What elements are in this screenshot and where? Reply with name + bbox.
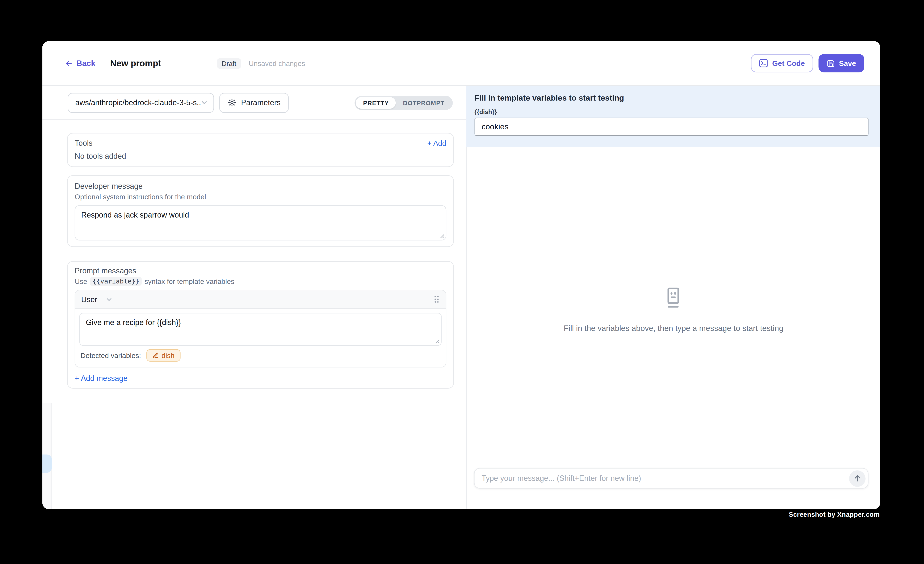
format-toggle: PRETTY DOTPROMPT bbox=[355, 96, 453, 110]
collapsed-drawer-active-item[interactable] bbox=[42, 454, 52, 472]
template-variables-panel: Fill in template variables to start test… bbox=[466, 86, 880, 147]
page-title: New prompt bbox=[110, 58, 161, 68]
toggle-pretty[interactable]: PRETTY bbox=[356, 97, 396, 108]
chat-message-input[interactable] bbox=[482, 474, 849, 483]
model-selector[interactable]: aws/anthropic/bedrock-claude-3-5-s... bbox=[68, 93, 214, 112]
toggle-dotprompt[interactable]: DOTPROMPT bbox=[396, 97, 452, 108]
testing-pane: Fill in template variables to start test… bbox=[466, 86, 880, 508]
empty-state-text: Fill in the variables above, then type a… bbox=[564, 324, 783, 333]
role-selector[interactable]: User bbox=[81, 295, 112, 304]
watermark: Screenshot by Xnapper.com bbox=[789, 511, 880, 518]
save-label: Save bbox=[839, 59, 856, 67]
gear-icon bbox=[228, 98, 237, 107]
bot-face-icon bbox=[664, 288, 682, 309]
get-code-button[interactable]: Get Code bbox=[751, 54, 813, 72]
user-message-textarea[interactable]: Give me a recipe for {{dish}} bbox=[80, 313, 442, 346]
parameters-button[interactable]: Parameters bbox=[219, 93, 289, 112]
tools-card: Tools + Add No tools added bbox=[67, 133, 454, 167]
back-label: Back bbox=[76, 59, 95, 68]
hint-prefix: Use bbox=[75, 277, 87, 285]
chat-input-bar bbox=[474, 468, 868, 489]
chevron-down-icon bbox=[106, 296, 112, 303]
model-row: aws/anthropic/bedrock-claude-3-5-s... Pa… bbox=[42, 86, 466, 120]
developer-message-subtitle: Optional system instructions for the mod… bbox=[75, 193, 447, 201]
editor-pane: aws/anthropic/bedrock-claude-3-5-s... Pa… bbox=[42, 86, 466, 508]
get-code-label: Get Code bbox=[772, 59, 805, 67]
prompt-messages-hint: Use {{variable}} syntax for template var… bbox=[75, 277, 447, 286]
tools-empty-text: No tools added bbox=[75, 152, 447, 160]
pencil-icon bbox=[152, 352, 159, 358]
template-variables-title: Fill in template variables to start test… bbox=[475, 93, 868, 102]
model-selector-value: aws/anthropic/bedrock-claude-3-5-s... bbox=[75, 98, 201, 107]
variable-chip-label: dish bbox=[162, 351, 174, 360]
developer-message-textarea[interactable]: Respond as jack sparrow would bbox=[75, 205, 447, 240]
variable-syntax-code: {{variable}} bbox=[90, 277, 141, 286]
status-badge: Draft bbox=[217, 58, 241, 69]
arrow-left-icon bbox=[64, 59, 73, 67]
app-window: Back New prompt Draft Unsaved changes Ge… bbox=[42, 41, 880, 509]
drag-handle-icon[interactable] bbox=[434, 295, 440, 304]
tools-title: Tools bbox=[75, 139, 93, 148]
variable-chip-dish[interactable]: dish bbox=[146, 349, 180, 362]
variable-name-label: {{dish}} bbox=[475, 108, 868, 115]
detected-variables-row: Detected variables: dish bbox=[75, 346, 446, 367]
prompt-messages-title: Prompt messages bbox=[75, 266, 447, 275]
developer-message-title: Developer message bbox=[75, 182, 447, 190]
save-icon bbox=[826, 59, 835, 67]
unsaved-changes-label: Unsaved changes bbox=[249, 59, 305, 67]
detected-variables-label: Detected variables: bbox=[81, 351, 141, 360]
screen: Back New prompt Draft Unsaved changes Ge… bbox=[0, 0, 924, 564]
add-tool-button[interactable]: + Add bbox=[428, 139, 447, 147]
send-button[interactable] bbox=[849, 470, 866, 486]
header: Back New prompt Draft Unsaved changes Ge… bbox=[42, 41, 880, 86]
chat-area: Fill in the variables above, then type a… bbox=[466, 147, 880, 508]
prompt-messages-card: Prompt messages Use {{variable}} syntax … bbox=[67, 261, 454, 388]
parameters-label: Parameters bbox=[241, 98, 280, 107]
terminal-icon bbox=[759, 59, 768, 68]
editor-scroll-area: Tools + Add No tools added Developer mes… bbox=[42, 120, 466, 388]
developer-message-card: Developer message Optional system instru… bbox=[67, 175, 454, 247]
message-header: User bbox=[75, 290, 446, 309]
variable-value-input[interactable] bbox=[475, 118, 868, 136]
arrow-up-icon bbox=[854, 474, 861, 482]
save-button[interactable]: Save bbox=[818, 54, 864, 72]
role-value: User bbox=[81, 295, 97, 304]
empty-state: Fill in the variables above, then type a… bbox=[564, 288, 783, 333]
back-button[interactable]: Back bbox=[64, 59, 95, 68]
message-block: User Give me a recipe for {{dish}} bbox=[75, 290, 447, 368]
add-message-button[interactable]: + Add message bbox=[75, 374, 128, 383]
hint-suffix: syntax for template variables bbox=[144, 277, 234, 285]
chevron-down-icon bbox=[201, 99, 207, 106]
